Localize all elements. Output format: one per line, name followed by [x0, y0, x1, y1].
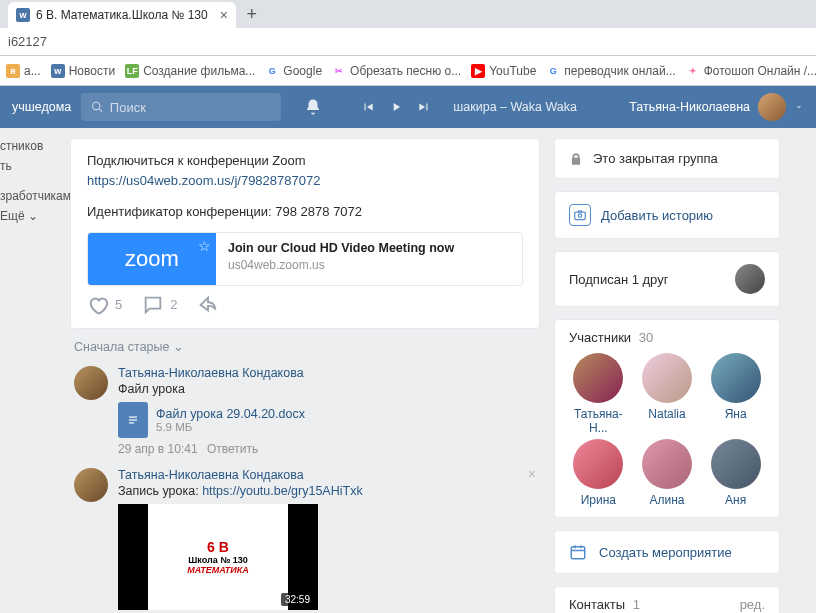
link-domain: us04web.zoom.us	[228, 258, 454, 272]
comment-button[interactable]: 2	[142, 294, 177, 316]
bookmark[interactable]: ▶YouTube	[471, 64, 536, 78]
calendar-icon	[569, 543, 587, 561]
browser-tab-bar: w 6 В. Математика.Школа № 130 × +	[0, 0, 816, 28]
post-actions: 5 2	[87, 294, 523, 316]
bookmark[interactable]: ✂Обрезать песню о...	[332, 64, 461, 78]
file-attachment[interactable]: Файл урока 29.04.20.docx 5.9 МБ	[118, 402, 305, 438]
link-title: Join our Cloud HD Video Meeting now	[228, 241, 454, 255]
member[interactable]: Аня	[702, 439, 769, 507]
reply-link[interactable]: Ответить	[207, 442, 258, 456]
bookmark[interactable]: яa...	[6, 64, 41, 78]
address-bar[interactable]: i62127	[0, 28, 816, 56]
notifications-icon[interactable]	[303, 97, 323, 117]
left-nav: стников ть зработчикам Ещё ⌄	[0, 128, 60, 613]
comment-avatar[interactable]	[74, 366, 108, 400]
post-text: Подключиться к конференции Zoom https://…	[87, 151, 523, 222]
prev-track-icon[interactable]	[361, 100, 375, 114]
file-size: 5.9 МБ	[156, 421, 305, 433]
sort-dropdown[interactable]: Сначала старые ⌄	[74, 339, 540, 354]
comment-time: 29 апр в 10:41	[118, 442, 198, 456]
nav-item[interactable]: зработчикам	[0, 186, 60, 206]
bookmark[interactable]: wНовости	[51, 64, 115, 78]
create-event-button[interactable]: Создать мероприятие	[554, 530, 780, 574]
bookmark[interactable]: Gпереводчик онлай...	[546, 64, 675, 78]
subscribers-block[interactable]: Подписан 1 друг	[554, 251, 780, 307]
contacts-block: Контакты 1 ред. Татьяна-Николаевна К...	[554, 586, 780, 613]
like-button[interactable]: 5	[87, 294, 122, 316]
svg-point-9	[578, 214, 582, 218]
member[interactable]: Алина	[634, 439, 701, 507]
member[interactable]: Ирина	[565, 439, 632, 507]
close-tab-icon[interactable]: ×	[220, 7, 228, 23]
members-title[interactable]: Участники	[569, 330, 631, 345]
members-block: Участники 30 Татьяна-Н... Natalia Яна Ир…	[554, 319, 780, 518]
video-duration: 32:59	[281, 593, 314, 606]
svg-line-1	[100, 109, 103, 112]
hashtag-label: учшедома	[12, 100, 71, 114]
avatar	[735, 264, 765, 294]
comment-avatar[interactable]	[74, 468, 108, 502]
comment-author[interactable]: Татьяна-Николаевна Кондакова	[118, 366, 305, 380]
nav-item[interactable]: стников	[0, 136, 60, 156]
bookmark[interactable]: GGoogle	[265, 64, 322, 78]
close-icon[interactable]: ×	[528, 466, 536, 482]
comment-author[interactable]: Татьяна-Николаевна Кондакова	[118, 468, 363, 482]
members-count: 30	[639, 330, 653, 345]
browser-tab[interactable]: w 6 В. Математика.Школа № 130 ×	[8, 2, 236, 28]
track-title[interactable]: шакира – Waka Waka	[453, 100, 577, 114]
edit-link[interactable]: ред.	[740, 597, 765, 612]
svg-point-0	[93, 102, 100, 109]
vk-favicon: w	[16, 8, 30, 22]
member[interactable]: Яна	[702, 353, 769, 435]
comment: Татьяна-Николаевна Кондакова Файл урока …	[70, 360, 540, 462]
bookmark[interactable]: LFСоздание фильма...	[125, 64, 255, 78]
user-menu[interactable]: Татьяна-Николаевна	[629, 93, 804, 121]
search-icon	[91, 100, 104, 114]
link-preview-card[interactable]: zoom ☆ Join our Cloud HD Video Meeting n…	[87, 232, 523, 286]
comment-text: Запись урока: https://youtu.be/gry15AHiT…	[118, 484, 363, 498]
camera-icon	[569, 204, 591, 226]
add-story-button[interactable]: Добавить историю	[554, 191, 780, 239]
user-avatar	[758, 93, 786, 121]
zoom-logo: zoom ☆	[88, 233, 216, 285]
bookmark[interactable]: ✦Фотошоп Онлайн /...	[686, 64, 816, 78]
post-card: Подключиться к конференции Zoom https://…	[70, 138, 540, 329]
search-input[interactable]	[110, 100, 271, 115]
tab-title: 6 В. Математика.Школа № 130	[36, 8, 208, 22]
chevron-down-icon	[794, 102, 804, 112]
member[interactable]: Татьяна-Н...	[565, 353, 632, 435]
video-link[interactable]: https://youtu.be/gry15AHiTxk	[202, 484, 363, 498]
username: Татьяна-Николаевна	[629, 100, 750, 114]
lock-icon	[569, 152, 583, 166]
svg-rect-10	[571, 547, 585, 559]
new-tab-button[interactable]: +	[240, 2, 264, 26]
music-controls: шакира – Waka Waka	[361, 100, 577, 114]
closed-group-notice: Это закрытая группа	[554, 138, 780, 179]
next-track-icon[interactable]	[417, 100, 431, 114]
vk-header: учшедома шакира – Waka Waka Татьяна-Нико…	[0, 86, 816, 128]
zoom-link[interactable]: https://us04web.zoom.us/j/79828787072	[87, 173, 320, 188]
doc-icon	[118, 402, 148, 438]
star-icon[interactable]: ☆	[198, 238, 211, 254]
nav-more[interactable]: Ещё ⌄	[0, 206, 60, 226]
video-thumbnail[interactable]: 6 В Школа № 130 МАТЕМАТИКА 32:59	[118, 504, 318, 610]
play-icon[interactable]	[389, 100, 403, 114]
member[interactable]: Natalia	[634, 353, 701, 435]
share-button[interactable]	[197, 294, 219, 316]
search-box[interactable]	[81, 93, 281, 121]
svg-rect-8	[575, 212, 586, 220]
comment-text: Файл урока	[118, 382, 305, 396]
bookmarks-bar: яa... wНовости LFСоздание фильма... GGoo…	[0, 56, 816, 86]
nav-item[interactable]: ть	[0, 156, 60, 176]
file-name: Файл урока 29.04.20.docx	[156, 407, 305, 421]
comment: × Татьяна-Николаевна Кондакова Запись ур…	[70, 462, 540, 614]
contacts-title[interactable]: Контакты	[569, 597, 625, 612]
